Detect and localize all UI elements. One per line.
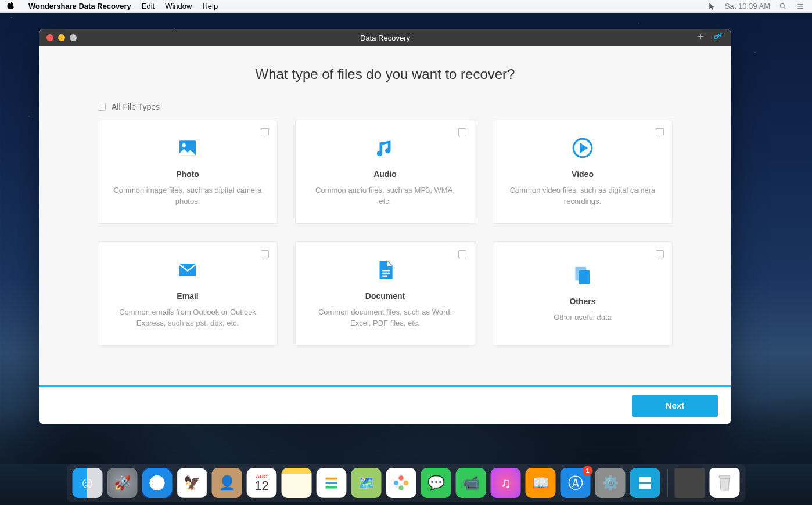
dock-facetime[interactable]: 📹 bbox=[456, 468, 486, 498]
card-document-checkbox[interactable] bbox=[458, 250, 466, 258]
dock-system-preferences[interactable]: ⚙️ bbox=[595, 468, 626, 498]
dock-trash[interactable] bbox=[710, 468, 740, 498]
svg-rect-11 bbox=[179, 263, 196, 276]
card-document-title: Document bbox=[365, 291, 405, 301]
card-audio-title: Audio bbox=[373, 169, 397, 179]
close-button[interactable] bbox=[46, 34, 53, 41]
dock-launchpad[interactable]: 🚀 bbox=[107, 468, 138, 498]
minimize-button[interactable] bbox=[58, 34, 65, 41]
menubar-item-edit[interactable]: Edit bbox=[136, 2, 160, 10]
svg-point-7 bbox=[714, 36, 717, 39]
svg-rect-24 bbox=[639, 477, 651, 482]
key-icon[interactable] bbox=[713, 32, 723, 44]
svg-rect-16 bbox=[579, 270, 590, 284]
apple-menu-icon[interactable] bbox=[7, 1, 15, 11]
card-email[interactable]: Email Common emails from Outlook or Outl… bbox=[98, 241, 278, 346]
dock-appstore[interactable]: Ⓐ 1 bbox=[561, 468, 591, 498]
page-heading: What type of files do you want to recove… bbox=[39, 66, 731, 82]
spotlight-icon[interactable] bbox=[778, 2, 788, 11]
dock-maps[interactable]: 🗺️ bbox=[351, 468, 382, 498]
svg-rect-26 bbox=[719, 475, 730, 478]
next-button[interactable]: Next bbox=[632, 395, 718, 417]
titlebar[interactable]: Data Recovery bbox=[39, 29, 731, 46]
svg-point-21 bbox=[404, 481, 409, 486]
svg-rect-25 bbox=[639, 484, 651, 489]
card-photo-title: Photo bbox=[176, 169, 199, 179]
footer-bar: Next bbox=[39, 385, 731, 424]
dock-photos[interactable] bbox=[386, 468, 416, 498]
card-others[interactable]: Others Other useful data bbox=[493, 241, 673, 346]
dock-wondershare[interactable] bbox=[630, 468, 660, 498]
add-icon[interactable] bbox=[696, 32, 705, 44]
email-icon bbox=[177, 259, 199, 283]
card-others-checkbox[interactable] bbox=[656, 250, 664, 258]
all-file-types-label: All File Types bbox=[112, 102, 160, 111]
dock-safari[interactable] bbox=[142, 468, 173, 498]
svg-rect-12 bbox=[382, 270, 390, 271]
video-icon bbox=[572, 137, 594, 161]
card-document-desc: Common document files, such as Word, Exc… bbox=[310, 306, 461, 329]
svg-rect-14 bbox=[382, 275, 387, 276]
svg-point-23 bbox=[394, 481, 399, 486]
card-audio-checkbox[interactable] bbox=[458, 128, 466, 136]
dock-calendar[interactable]: AUG 12 bbox=[247, 468, 277, 498]
dock-downloads[interactable] bbox=[675, 468, 705, 498]
menubar: Wondershare Data Recovery Edit Window He… bbox=[0, 0, 812, 13]
calendar-day: 12 bbox=[254, 479, 268, 492]
dock-messages[interactable]: 💬 bbox=[421, 468, 451, 498]
dock-itunes[interactable]: ♫ bbox=[491, 468, 521, 498]
cursor-icon[interactable] bbox=[707, 2, 717, 11]
all-file-types-row[interactable]: All File Types bbox=[98, 102, 731, 111]
card-video-desc: Common video files, such as digital came… bbox=[507, 185, 658, 207]
svg-point-0 bbox=[780, 3, 784, 8]
others-icon bbox=[572, 264, 594, 288]
dock-ibooks[interactable]: 📖 bbox=[526, 468, 556, 498]
zoom-button[interactable] bbox=[70, 34, 77, 41]
file-type-grid: Photo Common image files, such as digita… bbox=[39, 120, 731, 346]
svg-point-22 bbox=[398, 485, 404, 490]
card-photo-desc: Common image files, such as digital came… bbox=[112, 185, 263, 207]
dock-finder[interactable]: ☺ bbox=[73, 468, 103, 498]
card-others-title: Others bbox=[569, 297, 595, 306]
dock: ☺ 🚀 🦅 👤 AUG 12 🗺️ 💬 📹 ♫ 📖 Ⓐ 1 ⚙️ bbox=[67, 464, 746, 502]
dock-notes[interactable] bbox=[282, 468, 312, 498]
card-audio-desc: Common audio files, such as MP3, WMA, et… bbox=[310, 185, 461, 207]
menubar-item-help[interactable]: Help bbox=[197, 2, 223, 10]
dock-contacts[interactable]: 👤 bbox=[212, 468, 242, 498]
svg-point-9 bbox=[182, 143, 186, 147]
card-video[interactable]: Video Common video files, such as digita… bbox=[493, 120, 673, 224]
audio-icon bbox=[374, 137, 396, 161]
card-email-desc: Common emails from Outlook or Outlook Ex… bbox=[112, 306, 263, 329]
dock-mail[interactable]: 🦅 bbox=[177, 468, 207, 498]
document-icon bbox=[374, 259, 396, 283]
appstore-badge: 1 bbox=[583, 466, 593, 476]
svg-rect-13 bbox=[382, 272, 390, 273]
card-audio[interactable]: Audio Common audio files, such as MP3, W… bbox=[295, 120, 475, 224]
menubar-item-window[interactable]: Window bbox=[160, 2, 197, 10]
card-others-desc: Other useful data bbox=[554, 312, 612, 323]
card-photo[interactable]: Photo Common image files, such as digita… bbox=[98, 120, 278, 224]
window-title: Data Recovery bbox=[39, 34, 731, 42]
dock-reminders[interactable] bbox=[317, 468, 347, 498]
dock-separator bbox=[667, 469, 668, 497]
card-video-checkbox[interactable] bbox=[656, 128, 664, 136]
svg-line-1 bbox=[784, 7, 786, 9]
card-email-checkbox[interactable] bbox=[261, 250, 269, 258]
notification-center-icon[interactable] bbox=[796, 2, 805, 11]
menubar-app-name[interactable]: Wondershare Data Recovery bbox=[23, 2, 136, 10]
card-email-title: Email bbox=[177, 291, 198, 301]
photo-icon bbox=[177, 137, 199, 161]
card-document[interactable]: Document Common document files, such as … bbox=[295, 241, 475, 346]
menubar-clock[interactable]: Sat 10:39 AM bbox=[725, 2, 770, 10]
app-window: Data Recovery What type of files do you … bbox=[39, 29, 731, 424]
card-video-title: Video bbox=[572, 169, 594, 179]
all-file-types-checkbox[interactable] bbox=[98, 103, 106, 111]
card-photo-checkbox[interactable] bbox=[261, 128, 269, 136]
svg-point-20 bbox=[398, 475, 404, 481]
